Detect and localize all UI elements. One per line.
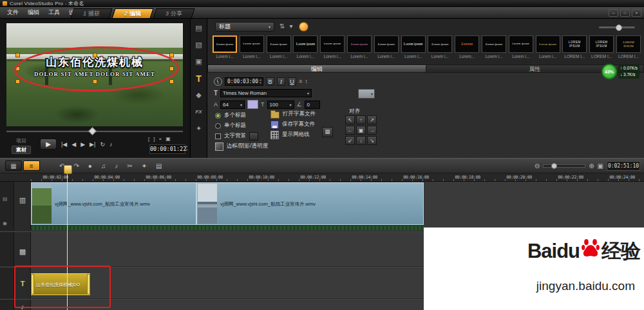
library-thumb[interactable]: Lorem ipsumLorem i... bbox=[240, 35, 264, 63]
gallery-zoom-slider[interactable] bbox=[599, 26, 635, 28]
library-thumb[interactable]: Lorem ipsumLorem i... bbox=[428, 35, 452, 63]
mark-out-button[interactable]: ] bbox=[153, 136, 155, 142]
duration-spinner[interactable]: ▲▼ bbox=[260, 78, 261, 84]
storyboard-view-button[interactable]: ▦ bbox=[5, 160, 22, 171]
library-thumb[interactable]: Lorem ipsumLorem i... bbox=[401, 35, 426, 63]
video-clip-2[interactable]: vj师网_www.vjshi.com_航拍工业宣传片.wmv bbox=[196, 182, 424, 225]
library-thumb[interactable]: LoremLorem... bbox=[455, 35, 479, 63]
font-dropdown[interactable]: Times New Roman▾ bbox=[220, 89, 312, 97]
text-backdrop-checkbox[interactable] bbox=[215, 133, 221, 139]
library-thumb[interactable]: Lorem ipsumLorem i... bbox=[509, 35, 533, 63]
align-cell-button[interactable]: ← bbox=[345, 126, 355, 135]
zoom-out-icon[interactable]: ⊖ bbox=[535, 162, 540, 170]
timeline-zoom-slider[interactable] bbox=[543, 164, 585, 168]
library-thumb[interactable]: Lorem ipsumLorem i... bbox=[482, 35, 506, 63]
library-thumb[interactable]: LOREM IPSUMLOREM I... bbox=[616, 35, 641, 63]
grid-options-button[interactable]: ▦ bbox=[322, 127, 333, 137]
timecode-spinner[interactable]: ▲▼ bbox=[185, 144, 188, 152]
du ration-field[interactable]: 0:00:03:00▲▼ bbox=[225, 77, 263, 86]
menu-tools[interactable]: 工具 bbox=[44, 7, 64, 18]
scrubber-thumb[interactable] bbox=[88, 127, 97, 135]
backdrop-options-button[interactable] bbox=[249, 132, 258, 140]
pan-zoom-icon[interactable]: ✦ bbox=[142, 162, 147, 170]
gallery-category-dropdown[interactable]: 标题 ▾ bbox=[215, 22, 274, 32]
align-cell-button[interactable]: ↖ bbox=[345, 115, 355, 124]
video-track-icon[interactable]: ▥ bbox=[17, 195, 28, 205]
library-thumb[interactable]: Lorem ipsumLorem i... bbox=[374, 35, 399, 63]
title-icon[interactable]: T bbox=[193, 73, 205, 84]
preview-frame[interactable]: 山东佰伦洗煤机械 DOLOR SIT AMET DOLOR SIT AMET bbox=[6, 23, 183, 126]
mode-project-button[interactable]: 项目 bbox=[12, 137, 31, 144]
open-subtitle-label[interactable]: 打开字幕文件 bbox=[283, 110, 316, 118]
line-spacing-dropdown[interactable]: 100▾ bbox=[267, 101, 294, 109]
bold-button[interactable]: B bbox=[266, 77, 274, 86]
library-thumb[interactable]: Lorem ipsumLorem i... bbox=[293, 35, 317, 63]
border-shadow-label[interactable]: 边框/阴影/透明度 bbox=[227, 142, 268, 150]
split-clip-button[interactable]: × bbox=[158, 136, 162, 142]
align-cell-button[interactable]: ↘ bbox=[367, 136, 377, 145]
italic-button[interactable]: I bbox=[277, 77, 285, 86]
style-preset-dropdown[interactable]: ▾ bbox=[358, 89, 375, 99]
align-cell-button[interactable]: → bbox=[367, 126, 377, 135]
step-edit[interactable]: 2编辑 bbox=[111, 8, 153, 19]
single-title-radio[interactable] bbox=[215, 123, 221, 129]
prev-frame-button[interactable]: ◀ bbox=[71, 141, 76, 148]
mode-clip-button[interactable]: 素材 bbox=[12, 146, 31, 154]
library-thumb[interactable]: LOREM IPSUMLOREM I... bbox=[562, 35, 587, 63]
video-clip-1[interactable]: vj师网_www.vjshi.com_航拍工业宣传片.wmv bbox=[31, 182, 196, 225]
align-cell-button[interactable]: ↙ bbox=[345, 136, 355, 145]
step-capture[interactable]: 1捕获 bbox=[70, 8, 112, 19]
home-button[interactable]: |◀ bbox=[61, 141, 67, 148]
vertical-text-icon[interactable]: ↕ bbox=[305, 78, 308, 84]
maximize-button[interactable]: □ bbox=[620, 9, 630, 17]
resize-handle[interactable] bbox=[169, 79, 174, 84]
frame-icon[interactable]: ▣ bbox=[193, 56, 205, 67]
step-share[interactable]: 3分享 bbox=[153, 8, 194, 19]
enlarge-preview-button[interactable]: ▣ bbox=[166, 136, 171, 142]
view-options-icon[interactable]: ▾ bbox=[289, 23, 292, 30]
library-thumb[interactable]: Lorem ipsumLorem i... bbox=[267, 35, 291, 63]
mark-in-button[interactable]: [ bbox=[148, 136, 149, 142]
badge-icon[interactable] bbox=[299, 22, 308, 32]
ripple-edit-icon[interactable]: ▤ bbox=[3, 196, 8, 202]
text-align-icon[interactable]: ≡ bbox=[299, 78, 302, 84]
repeat-button[interactable]: ↻ bbox=[100, 141, 105, 148]
media-library-icon[interactable]: ▤ bbox=[193, 23, 205, 34]
font-size-dropdown[interactable]: 64▾ bbox=[220, 101, 245, 109]
menu-file[interactable]: 文件 bbox=[3, 7, 23, 18]
library-thumb[interactable]: Lorem ipsumLorem i... bbox=[347, 35, 372, 63]
resize-handle[interactable] bbox=[169, 53, 174, 57]
resize-handle[interactable] bbox=[15, 79, 20, 84]
underline-button[interactable]: U bbox=[288, 77, 296, 86]
sound-mixer-icon[interactable]: ♫ bbox=[101, 162, 106, 170]
graphics-icon[interactable]: ◆ bbox=[193, 90, 205, 101]
next-frame-button[interactable]: ▶ bbox=[80, 141, 85, 148]
gallery-zoom-thumb[interactable] bbox=[616, 24, 622, 31]
library-thumb[interactable]: Lorem ipsumLorem i... bbox=[213, 35, 237, 63]
timeline-ruler[interactable]: 00:00:02:0000:00:04:0000:00:06:0000:00:0… bbox=[0, 173, 644, 182]
library-thumb[interactable]: Lorem ipsumLorem i... bbox=[536, 35, 560, 63]
align-cell-button[interactable]: ↗ bbox=[367, 115, 377, 124]
record-capture-icon[interactable]: ● bbox=[88, 162, 92, 170]
library-thumb[interactable]: LOREM IPSUMLOREM I... bbox=[589, 35, 614, 63]
zoom-in-icon[interactable]: ⊕ bbox=[589, 162, 594, 170]
zoom-slider-thumb[interactable] bbox=[551, 163, 557, 169]
play-button[interactable]: ▶ bbox=[40, 139, 57, 150]
redo-icon[interactable]: ↷ bbox=[73, 162, 79, 170]
filter-icon[interactable]: FX bbox=[193, 106, 205, 117]
angle-field[interactable]: 0 bbox=[305, 101, 320, 109]
split-clip-icon[interactable]: ✂ bbox=[127, 162, 132, 170]
overlay-track-icon[interactable]: ▩ bbox=[17, 246, 28, 257]
tab-edit[interactable]: 编辑 bbox=[207, 64, 426, 73]
playhead-grip[interactable] bbox=[64, 165, 72, 174]
align-cell-button[interactable]: ↑ bbox=[356, 115, 366, 124]
preview-scrubber[interactable] bbox=[6, 128, 183, 133]
track-lock-icon[interactable]: ◉ bbox=[3, 220, 7, 226]
timeline-view-button[interactable]: ≡ bbox=[23, 160, 40, 171]
fit-project-icon[interactable]: ▣ bbox=[598, 162, 603, 170]
close-button[interactable]: × bbox=[632, 9, 641, 17]
menu-edit[interactable]: 编辑 bbox=[23, 7, 44, 18]
minimize-button[interactable]: ─ bbox=[609, 9, 618, 17]
sort-icon[interactable]: ⇅ bbox=[279, 23, 285, 30]
library-thumb[interactable]: Lorem ipsumLorem i... bbox=[320, 35, 345, 63]
